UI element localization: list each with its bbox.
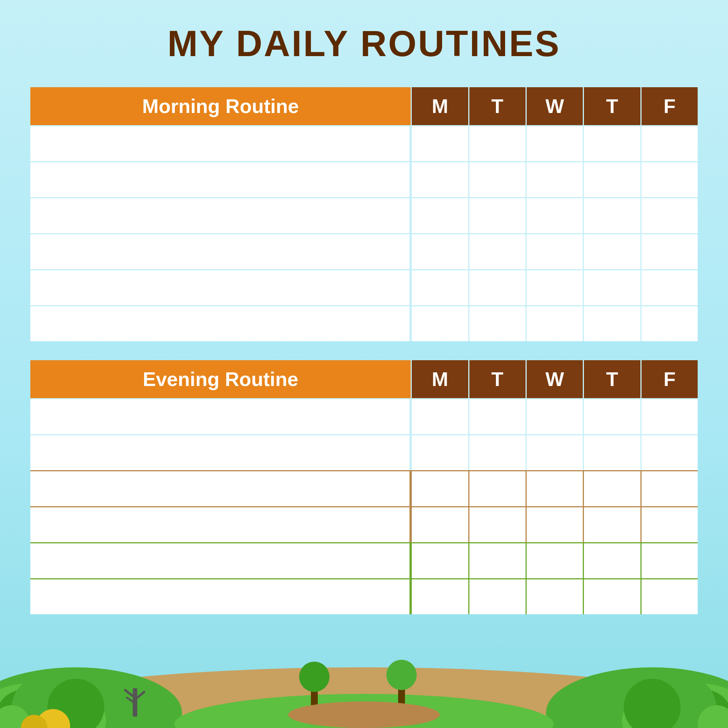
evening-check-2-m[interactable] <box>411 434 468 470</box>
morning-check-4-t2[interactable] <box>583 233 640 269</box>
morning-task-6[interactable] <box>30 305 411 341</box>
evening-routine-table: Evening Routine M T W T F <box>30 360 698 614</box>
morning-task-5[interactable] <box>30 269 411 305</box>
morning-row-3 <box>30 197 698 233</box>
morning-task-2[interactable] <box>30 161 411 197</box>
svg-point-20 <box>386 660 417 690</box>
evening-check-2-w[interactable] <box>526 434 583 470</box>
evening-day-f: F <box>640 360 698 398</box>
morning-check-1-f[interactable] <box>640 125 698 161</box>
evening-routine-section: Evening Routine M T W T F <box>30 360 698 614</box>
evening-day-m: M <box>411 360 468 398</box>
evening-check-3-f[interactable] <box>640 470 698 506</box>
evening-check-5-w[interactable] <box>526 542 583 578</box>
evening-row-5 <box>30 542 698 578</box>
morning-check-3-f[interactable] <box>640 197 698 233</box>
morning-check-5-m[interactable] <box>411 269 468 305</box>
morning-row-1 <box>30 125 698 161</box>
evening-check-4-t2[interactable] <box>583 506 640 542</box>
morning-check-5-f[interactable] <box>640 269 698 305</box>
morning-check-6-m[interactable] <box>411 305 468 341</box>
svg-point-18 <box>299 662 329 692</box>
morning-check-1-w[interactable] <box>526 125 583 161</box>
evening-check-2-t2[interactable] <box>583 434 640 470</box>
page-title: MY DAILY ROUTINES <box>30 23 698 64</box>
evening-check-5-t1[interactable] <box>468 542 526 578</box>
evening-check-4-w[interactable] <box>526 506 583 542</box>
evening-row-2 <box>30 434 698 470</box>
evening-check-1-t2[interactable] <box>583 398 640 434</box>
evening-row-3 <box>30 470 698 506</box>
morning-check-3-t1[interactable] <box>468 197 526 233</box>
morning-check-2-m[interactable] <box>411 161 468 197</box>
morning-check-3-t2[interactable] <box>583 197 640 233</box>
evening-check-1-w[interactable] <box>526 398 583 434</box>
morning-routine-table: Morning Routine M T W T F <box>30 87 698 341</box>
evening-check-6-m[interactable] <box>411 578 468 614</box>
morning-check-3-w[interactable] <box>526 197 583 233</box>
evening-check-2-f[interactable] <box>640 434 698 470</box>
evening-check-5-t2[interactable] <box>583 542 640 578</box>
evening-check-6-t2[interactable] <box>583 578 640 614</box>
morning-check-5-w[interactable] <box>526 269 583 305</box>
evening-check-5-m[interactable] <box>411 542 468 578</box>
evening-check-1-f[interactable] <box>640 398 698 434</box>
morning-check-1-m[interactable] <box>411 125 468 161</box>
morning-row-5 <box>30 269 698 305</box>
morning-row-2 <box>30 161 698 197</box>
evening-row-4 <box>30 506 698 542</box>
evening-task-2[interactable] <box>30 434 411 470</box>
evening-row-6 <box>30 578 698 614</box>
morning-task-4[interactable] <box>30 233 411 269</box>
morning-check-4-t1[interactable] <box>468 233 526 269</box>
morning-check-4-f[interactable] <box>640 233 698 269</box>
morning-task-3[interactable] <box>30 197 411 233</box>
evening-check-4-t1[interactable] <box>468 506 526 542</box>
morning-check-3-m[interactable] <box>411 197 468 233</box>
morning-routine-section: Morning Routine M T W T F <box>30 87 698 341</box>
evening-check-3-t1[interactable] <box>468 470 526 506</box>
evening-check-4-f[interactable] <box>640 506 698 542</box>
morning-check-6-f[interactable] <box>640 305 698 341</box>
evening-check-1-m[interactable] <box>411 398 468 434</box>
evening-task-5[interactable] <box>30 542 411 578</box>
morning-check-6-t1[interactable] <box>468 305 526 341</box>
morning-day-w: W <box>526 87 583 125</box>
morning-check-5-t2[interactable] <box>583 269 640 305</box>
morning-day-m: M <box>411 87 468 125</box>
evening-task-4[interactable] <box>30 506 411 542</box>
evening-row-1 <box>30 398 698 434</box>
evening-day-w: W <box>526 360 583 398</box>
morning-check-6-t2[interactable] <box>583 305 640 341</box>
evening-check-3-w[interactable] <box>526 470 583 506</box>
morning-day-t2: T <box>583 87 640 125</box>
morning-day-f: F <box>640 87 698 125</box>
morning-check-2-t2[interactable] <box>583 161 640 197</box>
morning-check-4-m[interactable] <box>411 233 468 269</box>
morning-row-4 <box>30 233 698 269</box>
morning-check-1-t2[interactable] <box>583 125 640 161</box>
evening-check-6-t1[interactable] <box>468 578 526 614</box>
evening-check-1-t1[interactable] <box>468 398 526 434</box>
evening-check-5-f[interactable] <box>640 542 698 578</box>
evening-check-6-w[interactable] <box>526 578 583 614</box>
evening-check-4-m[interactable] <box>411 506 468 542</box>
evening-task-1[interactable] <box>30 398 411 434</box>
morning-check-6-w[interactable] <box>526 305 583 341</box>
evening-check-3-t2[interactable] <box>583 470 640 506</box>
morning-check-2-w[interactable] <box>526 161 583 197</box>
evening-day-t1: T <box>468 360 526 398</box>
morning-check-4-w[interactable] <box>526 233 583 269</box>
evening-check-3-m[interactable] <box>411 470 468 506</box>
evening-task-6[interactable] <box>30 578 411 614</box>
morning-routine-header: Morning Routine <box>30 87 411 125</box>
evening-check-6-f[interactable] <box>640 578 698 614</box>
evening-routine-header: Evening Routine <box>30 360 411 398</box>
morning-task-1[interactable] <box>30 125 411 161</box>
morning-check-2-f[interactable] <box>640 161 698 197</box>
evening-check-2-t1[interactable] <box>468 434 526 470</box>
morning-check-2-t1[interactable] <box>468 161 526 197</box>
evening-task-3[interactable] <box>30 470 411 506</box>
morning-check-5-t1[interactable] <box>468 269 526 305</box>
morning-check-1-t1[interactable] <box>468 125 526 161</box>
